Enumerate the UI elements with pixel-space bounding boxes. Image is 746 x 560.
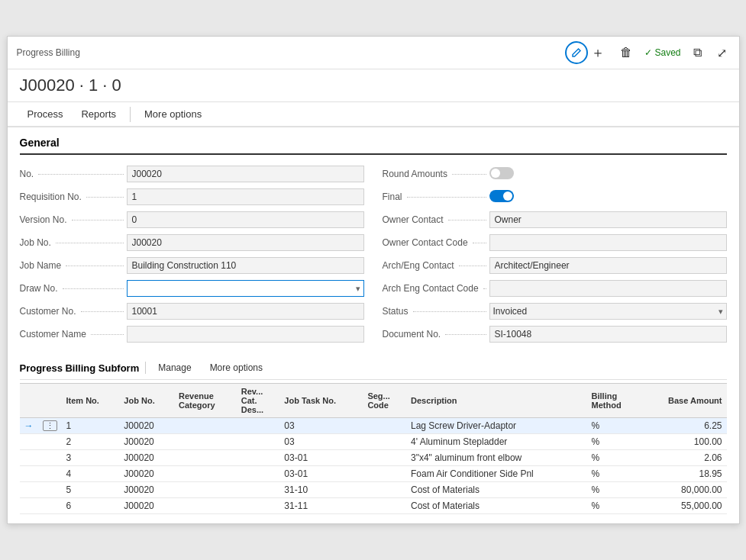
label-requisition-no: Requisition No. (20, 191, 127, 202)
check-icon: ✓ (644, 47, 652, 58)
table-row[interactable]: 3 J00020 03-01 3"x4" aluminum front elbo… (20, 450, 727, 466)
nav-more-options[interactable]: More options (137, 102, 209, 127)
value-no (127, 166, 364, 182)
subform-manage[interactable]: Manage (152, 359, 197, 376)
cell-item-no: 1 (62, 418, 120, 434)
field-job-no: Job No. (20, 233, 364, 253)
col-seg-code: Seg...Code (363, 384, 406, 418)
input-arch-eng-contact-code[interactable] (489, 280, 727, 297)
field-arch-eng-contact-code: Arch Eng Contact Code (383, 278, 727, 298)
cell-billing-method: % (587, 434, 641, 450)
cell-job-task-no: 03 (279, 418, 363, 434)
value-customer-name (127, 326, 364, 343)
record-id: J00020 · 1 · 0 (8, 69, 739, 102)
input-version-no[interactable] (127, 211, 364, 228)
field-arch-eng-contact: Arch/Eng Contact (383, 256, 727, 275)
row-context-menu-icon[interactable]: ⋮ (43, 420, 57, 431)
toolbar-icons: ＋ 🗑 ✓ Saved ⧉ ⤢ (588, 42, 729, 63)
input-customer-no[interactable] (127, 303, 364, 320)
row-menu-cell: ⋮ (38, 418, 62, 434)
value-job-name (127, 257, 364, 274)
col-job-no: Job No. (119, 384, 174, 418)
subform-header: Progress Billing Subform Manage More opt… (20, 353, 727, 380)
row-menu-cell (38, 498, 62, 514)
app-title: Progress Billing (17, 47, 566, 58)
input-customer-name[interactable] (127, 326, 364, 343)
cell-job-no: J00020 (119, 466, 174, 482)
cell-seg-code (363, 498, 406, 514)
subform-more-options[interactable]: More options (204, 359, 269, 376)
table-row[interactable]: 2 J00020 03 4' Aluminum Stepladder % 100… (20, 434, 727, 450)
value-owner-contact-code (489, 234, 727, 251)
input-job-no[interactable] (127, 234, 364, 251)
table-row[interactable]: 6 J00020 31-11 Cost of Materials % 55,00… (20, 498, 727, 514)
input-requisition-no[interactable] (127, 188, 364, 205)
cell-rev-cat-desc (237, 418, 280, 434)
value-job-no (127, 234, 364, 251)
field-requisition-no: Requisition No. (20, 187, 364, 207)
cell-base-amount: 55,000.00 (640, 498, 726, 514)
edit-button[interactable] (565, 41, 588, 64)
col-menu (38, 384, 62, 418)
cell-job-no: J00020 (119, 482, 174, 498)
row-arrow-cell (20, 434, 38, 450)
cell-description: 3"x4" aluminum front elbow (406, 450, 587, 466)
table-row[interactable]: 4 J00020 03-01 Foam Air Conditioner Side… (20, 466, 727, 482)
cell-rev-cat-desc (237, 434, 280, 450)
col-base-amount: Base Amount (640, 384, 726, 418)
label-no: No. (20, 169, 127, 179)
label-round-amounts: Round Amounts (383, 169, 489, 179)
cell-revenue-cat (174, 450, 237, 466)
window-mode-button[interactable]: ⧉ (690, 44, 705, 61)
value-arch-eng-contact (489, 257, 727, 274)
value-document-no (489, 326, 727, 343)
cell-billing-method: % (587, 450, 641, 466)
value-customer-no (127, 303, 364, 320)
select-draw-no[interactable] (127, 280, 364, 297)
input-document-no[interactable] (489, 326, 727, 343)
input-owner-contact-code[interactable] (489, 234, 727, 251)
expand-button[interactable]: ⤢ (714, 44, 730, 62)
col-description: Description (406, 384, 587, 418)
cell-seg-code (363, 418, 406, 434)
cell-billing-method: % (587, 482, 641, 498)
nav-reports[interactable]: Reports (73, 102, 124, 127)
field-final: Final (383, 187, 727, 207)
toggle-final[interactable] (489, 190, 514, 202)
row-menu-cell (38, 482, 62, 498)
nav-process[interactable]: Process (20, 102, 71, 127)
table-body: → ⋮ 1 J00020 03 Lag Screw Driver-Adaptor… (20, 418, 727, 514)
cell-base-amount: 2.06 (640, 450, 726, 466)
cell-seg-code (363, 450, 406, 466)
input-job-name[interactable] (127, 257, 364, 274)
field-owner-contact: Owner Contact (383, 210, 727, 230)
input-owner-contact[interactable] (489, 211, 727, 228)
row-arrow-cell (20, 466, 38, 482)
label-job-no: Job No. (20, 237, 127, 248)
table-row[interactable]: 5 J00020 31-10 Cost of Materials % 80,00… (20, 482, 727, 498)
cell-billing-method: % (587, 466, 641, 482)
cell-item-no: 6 (62, 498, 120, 514)
select-status[interactable]: Invoiced Open Released Closed (489, 303, 727, 320)
field-status: Status Invoiced Open Released Closed (383, 301, 727, 321)
cell-item-no: 5 (62, 482, 120, 498)
input-arch-eng-contact[interactable] (489, 257, 727, 274)
field-customer-name: Customer Name (20, 324, 364, 344)
cell-job-task-no: 03-01 (279, 450, 363, 466)
table-row[interactable]: → ⋮ 1 J00020 03 Lag Screw Driver-Adaptor… (20, 418, 727, 434)
value-final (489, 190, 727, 204)
field-version-no: Version No. (20, 210, 364, 230)
input-no[interactable] (127, 166, 364, 182)
label-customer-no: Customer No. (20, 306, 127, 317)
subform-table: Item No. Job No. RevenueCategory Rev...C… (20, 383, 727, 514)
table-header-row: Item No. Job No. RevenueCategory Rev...C… (20, 384, 727, 418)
delete-button[interactable]: 🗑 (617, 44, 635, 61)
col-arrow (20, 384, 38, 418)
add-button[interactable]: ＋ (588, 42, 608, 63)
toggle-round-amounts[interactable] (489, 167, 514, 179)
row-menu-cell (38, 434, 62, 450)
select-draw-no-wrapper (127, 280, 364, 297)
cell-description: Cost of Materials (406, 482, 587, 498)
label-owner-contact-code: Owner Contact Code (383, 237, 489, 248)
cell-revenue-cat (174, 498, 237, 514)
